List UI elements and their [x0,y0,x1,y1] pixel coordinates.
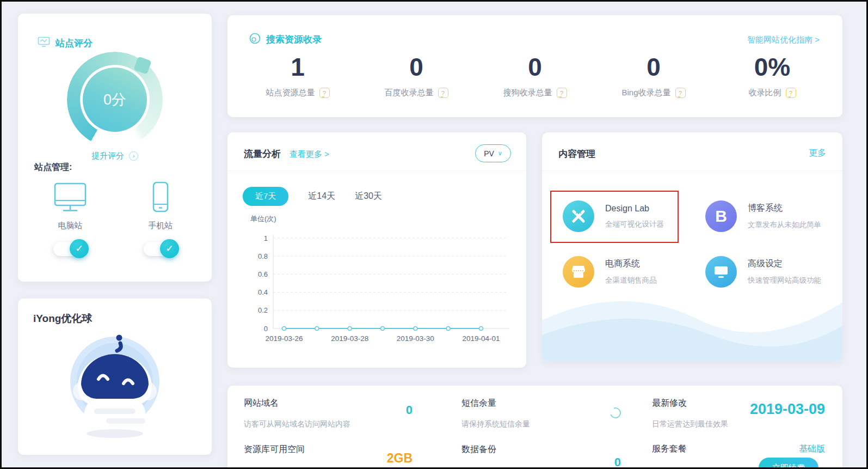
desktop-site-icon [52,205,88,215]
mobile-site-icon [143,205,178,215]
wave-decoration [542,279,842,361]
content-more-link[interactable]: 更多 [809,148,826,159]
site-manage-label: 站点管理: [34,162,72,173]
sms-subtitle: 请保持系统短信余量 [461,419,530,429]
stat-baidu: 0 百度收录总量? [357,54,476,98]
site-score-card: 站点评分 0分 提升评分 › 站点管理: 电脑站 ✓ 手机站 [18,14,212,282]
stat-ratio: 0% 收录比例? [713,54,832,98]
dashboard-frame: 站点评分 0分 提升评分 › 站点管理: 电脑站 ✓ 手机站 [0,0,868,469]
divider [542,170,842,171]
stat-bing: 0 Bing收录总量? [594,54,713,98]
iyong-title: iYong优化球 [33,312,92,326]
svg-text:0.6: 0.6 [258,270,268,278]
help-icon[interactable]: ? [786,88,796,98]
storefront-icon [563,256,594,288]
modified-subtitle: 日常运营达到最佳效果 [652,419,728,429]
optimization-guide-link[interactable]: 智能网站优化指南 > [747,35,820,45]
svg-text:2019-03-28: 2019-03-28 [331,334,368,343]
mobile-site-block: 手机站 ✓ [129,181,192,256]
item-design-lab[interactable]: Design Lab 全端可视化设计器 [563,200,664,232]
search-inclusion-card: 搜索资源收录 智能网站优化指南 > 1 站点资源总量? 0 百度收录总量? 0 … [227,15,842,117]
help-icon[interactable]: ? [438,88,448,98]
desktop-site-block: 电脑站 ✓ [39,181,102,256]
range-tabs: 近7天 近14天 近30天 [243,187,382,206]
help-icon[interactable]: ? [557,88,567,98]
traffic-analysis-card: 流量分析 查看更多 > PV ∨ 近7天 近14天 近30天 单位(次) 00.… [227,132,526,368]
plan-value: 基础版 [799,443,825,455]
site-score-title: 站点评分 [56,37,93,50]
tab-14days[interactable]: 近14天 [308,191,335,202]
check-icon: ✓ [160,239,179,258]
stat-site-resources: 1 站点资源总量? [238,54,357,98]
desktop-site-label: 电脑站 [39,221,102,231]
traffic-chart-plot: 00.20.40.60.812019-03-262019-03-282019-0… [243,222,515,348]
improve-score-link[interactable]: 提升评分 › [18,151,212,161]
tab-7days[interactable]: 近7天 [243,187,288,206]
chevron-down-icon: ∨ [498,150,502,157]
site-score-header: 站点评分 [38,36,93,50]
letter-b-icon: B [705,200,737,232]
traffic-more-link[interactable]: 查看更多 > [290,149,329,160]
check-icon: ✓ [70,239,89,258]
svg-text:2019-03-26: 2019-03-26 [265,334,303,343]
sms-label: 短信余量 [461,398,496,409]
item-advanced-settings[interactable]: 高级设定 快速管理网站高级功能 [705,256,821,288]
storage-label: 资源库可用空间 [244,444,305,455]
modified-label: 最新修改 [652,398,687,409]
domain-label: 网站域名 [244,398,279,409]
domain-value: 0 [380,403,413,417]
site-info-card: 网站域名 访客可从网站域名访问网站内容 0 短信余量 请保持系统短信余量 最新修… [227,386,842,469]
mobile-site-label: 手机站 [129,221,192,231]
svg-text:0: 0 [264,325,268,333]
storage-value: 2GB [374,451,413,466]
item-blog-system[interactable]: B 博客系统 文章发布从未如此简单 [705,200,821,232]
modified-value: 2019-03-09 [750,401,825,418]
divider [227,170,526,171]
renew-button[interactable]: 立即续费 [759,458,818,469]
svg-text:0.4: 0.4 [258,288,268,296]
help-icon[interactable]: ? [675,88,686,98]
stat-sogou: 0 搜狗收录总量? [476,54,594,98]
backup-label: 数据备份 [461,444,496,455]
stats-row: 1 站点资源总量? 0 百度收录总量? 0 搜狗收录总量? 0 Bing收录总量… [238,54,832,98]
score-monitor-icon [38,36,50,50]
item-ecommerce-system[interactable]: 电商系统 全渠道销售商品 [563,256,657,288]
robot-mascot-illustration [56,327,174,449]
svg-text:2019-03-30: 2019-03-30 [397,334,434,343]
iyong-optimizer-card: iYong优化球 [18,299,212,455]
plan-label: 服务套餐 [652,443,687,455]
svg-text:1: 1 [264,234,268,242]
loading-spinner-icon [608,406,623,421]
backup-value: 0 [603,455,621,469]
search-inclusion-title: 搜索资源收录 [266,33,322,46]
desktop-site-toggle[interactable]: ✓ [53,242,87,256]
help-icon[interactable]: ? [319,88,330,98]
monitor-icon [705,256,737,288]
domain-subtitle: 访客可从网站域名访问网站内容 [244,419,350,429]
traffic-title: 流量分析 [244,148,281,160]
chevron-right-icon: › [129,151,138,161]
content-mgmt-title: 内容管理 [558,148,595,160]
crossed-pencils-icon [563,200,594,232]
svg-text:0.8: 0.8 [258,252,268,260]
content-mgmt-card: 内容管理 更多 Design Lab 全端可视化设计器 B 博客系统 文章发布从… [542,132,842,361]
metric-select[interactable]: PV ∨ [475,144,511,162]
traffic-chart: 单位(次) 00.20.40.60.812019-03-262019-03-28… [243,214,515,356]
search-inclusion-header: 搜索资源收录 [249,33,322,46]
svg-text:0.2: 0.2 [258,306,268,314]
gauge-circle-icon [249,33,261,46]
tab-30days[interactable]: 近30天 [355,191,382,202]
score-value: 0分 [83,68,147,132]
mobile-site-toggle[interactable]: ✓ [144,242,177,256]
svg-text:2019-04-01: 2019-04-01 [462,334,500,343]
score-gauge: 0分 [67,52,163,148]
